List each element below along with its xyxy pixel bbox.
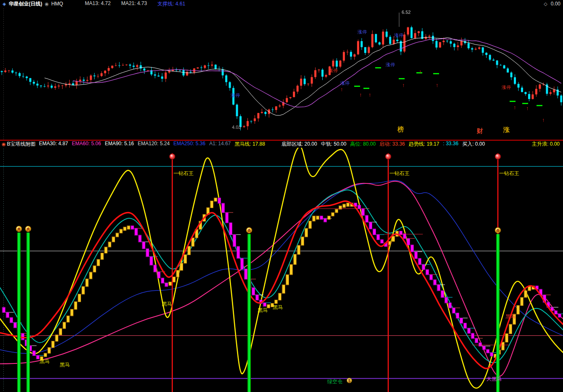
symbol-label: HMQ [51,1,63,7]
ma-labels-group: MA13: 4.72MA21: 4.73支撑线: 4.61 [85,0,189,8]
indicator-item: 高位: 80.00 [350,141,376,148]
window-title: 华星创业(日线) [8,0,42,8]
support-line-label: 支撑线: 4.61 [158,0,185,8]
indicator-item: EMA90: 5.16 [105,141,134,148]
indicator-item: : 33.36 [443,141,458,148]
indicator-item: 趋势线: 19.17 [409,141,439,148]
indicator-item: EMA30: 4.87 [39,141,68,148]
chart-header: ◈ 华星创业(日线) ◉ HMQ MA13: 4.72MA21: 4.73支撑线… [0,0,563,8]
main-chart-panel: 6.524.03涨停涨停涨停涨停涨停涨停涨停↑↑↑↑↑↑↑↑↑榜财涨 [0,8,563,140]
trading-app-window: ◈ 华星创业(日线) ◉ HMQ MA13: 4.72MA21: 4.73支撑线… [0,0,563,392]
indicator-item: EMA60: 5.06 [72,141,101,148]
indicator-panel-name[interactable]: B宝塔线附图 [7,141,36,148]
main-chart-canvas[interactable] [0,8,563,140]
sub-chart-panel: 一钻石王一钻石王一钻石王黑马黑马黑马黑马黑马黑马大黑马绿空仓$ [0,148,563,392]
indicator-item: A1: 14.67 [209,141,231,148]
indicator-item: 中轨: 50.00 [321,141,347,148]
sub-chart-canvas[interactable] [0,148,563,392]
ma13-label: MA13: 4.72 [85,0,110,8]
money-bag-icon: $ [347,378,352,383]
title-icon: ◈ [3,2,6,6]
symbol-icon: ◉ [45,2,49,6]
indicator-item: 底部区域: 20.00 [282,141,317,148]
indicator-panel-icon: ◉ [2,142,6,146]
indicator-item: EMA120: 5.24 [138,141,170,148]
indicator-item: 黑马线: 17.88 [234,141,265,148]
indicator-bar: ◉ B宝塔线附图 EMA30: 4.87EMA60: 5.06EMA90: 5.… [0,141,563,148]
indicator-item-right: 主升浪: 0.00 [532,141,560,148]
ma21-label: MA21: 4.73 [121,0,147,8]
indicator-item: 买入: 0.00 [462,141,485,148]
indicator-item: EMA250: 5.36 [174,141,205,148]
indicator-item: 启动: 33.36 [379,141,405,148]
diamond-icon[interactable]: ◇ [544,2,547,6]
header-right-value: 0.00 [551,1,560,7]
indicator-values-group: EMA30: 4.87EMA60: 5.06EMA90: 5.16EMA120:… [39,141,489,148]
